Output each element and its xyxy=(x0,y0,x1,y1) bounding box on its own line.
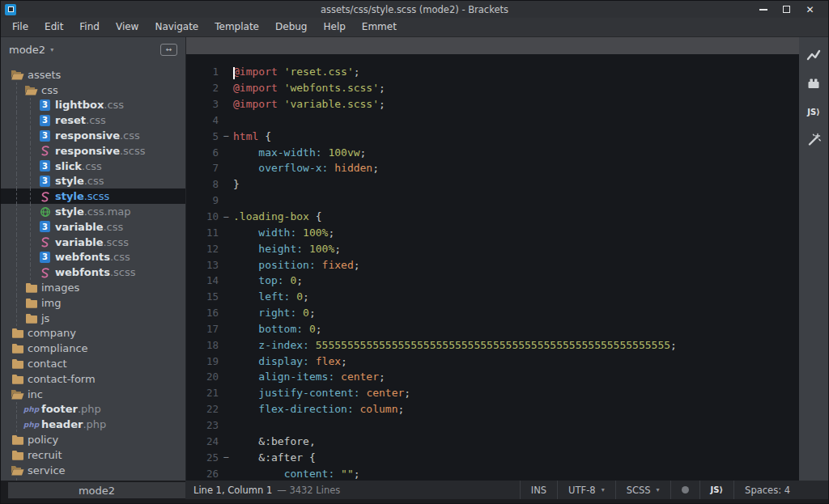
code-line[interactable]: 5−html { xyxy=(186,128,799,144)
encoding-select[interactable]: UTF-8▾ xyxy=(557,481,615,499)
code-line[interactable]: 22 flex-direction: column; xyxy=(186,401,799,417)
code-line[interactable]: 10−.loading-box { xyxy=(186,209,799,225)
tree-item-service[interactable]: service xyxy=(1,463,185,478)
indent-guide xyxy=(16,280,17,295)
tree-item-header-php[interactable]: phpheader.php xyxy=(1,417,185,432)
indent-guide xyxy=(30,235,31,250)
tree-item-policy[interactable]: policy xyxy=(1,432,185,447)
code-line[interactable]: 21 justify-content: center; xyxy=(186,385,799,401)
indent-guide xyxy=(16,219,17,235)
tree-item-contact-form[interactable]: contact-form xyxy=(1,371,185,387)
code-line[interactable]: 19 display: flex; xyxy=(186,353,799,369)
css3-icon: 3 xyxy=(38,115,52,126)
tree-item-webfonts-scss[interactable]: webfonts.scss xyxy=(1,265,185,280)
tree-item-reset-css[interactable]: 3reset.css xyxy=(1,112,185,128)
tree-item-style-css-map[interactable]: style.css.map xyxy=(1,204,185,219)
tree-item-compliance[interactable]: compliance xyxy=(1,341,185,356)
tree-item-variable-scss[interactable]: variable.scss xyxy=(1,235,185,250)
code-line[interactable]: 1@import 'reset.css'; xyxy=(186,64,799,80)
menu-item-find[interactable]: Find xyxy=(71,18,108,36)
indent-setting[interactable]: Spaces: 4 xyxy=(733,481,801,499)
code-text: } xyxy=(233,178,240,190)
fold-marker[interactable]: − xyxy=(219,211,233,222)
code-line[interactable]: 17 bottom: 0; xyxy=(186,321,799,337)
fold-marker[interactable]: − xyxy=(219,130,233,142)
code-line[interactable]: 6 max-width: 100vw; xyxy=(186,144,799,160)
menu-item-edit[interactable]: Edit xyxy=(36,18,71,36)
menu-item-emmet[interactable]: Emmet xyxy=(354,18,405,36)
tree-item-index-php[interactable]: phpindex.php xyxy=(1,478,185,481)
menu-item-debug[interactable]: Debug xyxy=(267,18,315,36)
code-line[interactable]: 24 &:before, xyxy=(186,433,799,449)
minimize-button[interactable] xyxy=(751,2,775,17)
tree-item-style-css[interactable]: 3style.css xyxy=(1,174,185,189)
extension-manager-icon[interactable] xyxy=(806,75,822,91)
menu-item-file[interactable]: File xyxy=(4,18,36,36)
code-line[interactable]: 15 left: 0; xyxy=(186,289,799,305)
code-line[interactable]: 8} xyxy=(186,176,799,193)
code-line[interactable]: 9 xyxy=(186,193,799,209)
tree-item-responsive-scss[interactable]: responsive.scss xyxy=(1,143,185,159)
line-number: 25 xyxy=(186,451,219,464)
line-number: 13 xyxy=(186,259,219,271)
tree-item-lightbox-css[interactable]: 3lightbox.css xyxy=(1,98,185,113)
lint-status[interactable] xyxy=(670,481,699,499)
overwrite-toggle[interactable]: INS xyxy=(520,481,557,499)
code-line[interactable]: 3@import 'variable.scss'; xyxy=(186,96,799,112)
code-line[interactable]: 12 height: 100%; xyxy=(186,240,799,256)
menu-item-help[interactable]: Help xyxy=(315,18,353,36)
menu-item-navigate[interactable]: Navigate xyxy=(147,18,206,36)
tree-item-images[interactable]: images xyxy=(1,280,185,295)
code-line[interactable]: 25− &:after { xyxy=(186,449,799,465)
code-line[interactable]: 20 align-items: center; xyxy=(186,369,799,385)
project-switcher[interactable]: mode2 xyxy=(9,44,45,56)
split-view-button[interactable]: ↔ xyxy=(160,44,177,56)
line-number: 10 xyxy=(186,210,219,222)
tree-item-img[interactable]: img xyxy=(1,295,185,311)
code-line[interactable]: 4 xyxy=(186,112,799,129)
tree-item-css[interactable]: css xyxy=(1,83,185,98)
code-line[interactable]: 7 overflow-x: hidden; xyxy=(186,160,799,176)
line-number: 8 xyxy=(186,178,219,190)
code-line[interactable]: 26 content: ""; xyxy=(186,465,799,481)
code-line[interactable]: 14 top: 0; xyxy=(186,273,799,289)
code-text: @import 'webfonts.scss'; xyxy=(233,82,385,94)
js-status[interactable]: JS⟩ xyxy=(699,481,734,499)
js-lint-icon[interactable]: JS⟩ xyxy=(806,104,822,120)
tree-item-company[interactable]: company xyxy=(1,326,185,341)
tree-item-js[interactable]: js xyxy=(1,311,185,326)
code-editor[interactable]: 1@import 'reset.css';2@import 'webfonts.… xyxy=(186,54,799,481)
code-line[interactable]: 13 position: fixed; xyxy=(186,256,799,273)
tree-item-style-scss[interactable]: style.scss xyxy=(1,188,185,204)
activity-icon[interactable] xyxy=(806,47,822,63)
code-text: left: 0; xyxy=(233,290,309,303)
code-line[interactable]: 2@import 'webfonts.scss'; xyxy=(186,80,799,96)
tree-item-label: css xyxy=(41,84,58,96)
code-line[interactable]: 16 right: 0; xyxy=(186,305,799,321)
tree-item-webfonts-css[interactable]: 3webfonts.css xyxy=(1,250,185,265)
language-select[interactable]: SCSS▾ xyxy=(615,481,670,499)
code-line[interactable]: 18 z-index: 5555555555555555555555555555… xyxy=(186,337,799,353)
chevron-down-icon: ▾ xyxy=(657,486,660,493)
menu-item-view[interactable]: View xyxy=(108,18,147,36)
css3-icon: 3 xyxy=(38,252,52,263)
brackets-window: assets/css/style.scss (mode2) - Brackets… xyxy=(0,0,829,504)
line-number: 23 xyxy=(186,419,219,431)
tree-item-inc[interactable]: inc xyxy=(1,387,185,402)
code-line[interactable]: 23 xyxy=(186,417,799,434)
tree-item-contact[interactable]: contact xyxy=(1,356,185,371)
tree-item-assets[interactable]: assets xyxy=(1,67,185,83)
tree-item-recruit[interactable]: recruit xyxy=(1,447,185,463)
beautify-wand-icon[interactable] xyxy=(806,132,822,148)
indent-guide xyxy=(16,478,17,481)
tree-item-slick-css[interactable]: 3slick.css xyxy=(1,159,185,174)
maximize-button[interactable] xyxy=(775,2,798,17)
menu-item-template[interactable]: Template xyxy=(206,18,267,36)
tree-item-footer-php[interactable]: phpfooter.php xyxy=(1,402,185,417)
fold-marker[interactable]: − xyxy=(219,451,233,463)
indent-guide xyxy=(16,311,17,326)
tree-item-variable-css[interactable]: 3variable.css xyxy=(1,219,185,235)
tree-item-responsive-css[interactable]: 3responsive.css xyxy=(1,128,185,143)
code-line[interactable]: 11 width: 100%; xyxy=(186,224,799,240)
close-button[interactable]: ✕ xyxy=(798,2,822,17)
